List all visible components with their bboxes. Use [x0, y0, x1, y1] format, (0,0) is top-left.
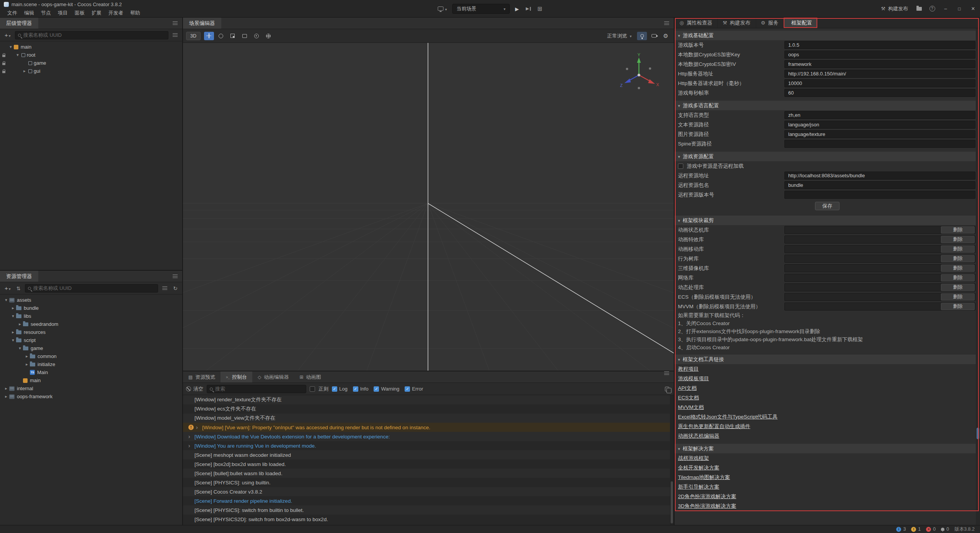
section-header-modules[interactable]: 框架模块裁剪	[675, 216, 980, 225]
info-log-count[interactable]: 3	[896, 526, 906, 532]
log-filter[interactable]: Error	[405, 386, 423, 392]
tree-expand-arrow-icon[interactable]: ▸	[3, 386, 9, 391]
preview-target-button[interactable]	[436, 4, 448, 14]
asset-node[interactable]: ▸ bundle	[0, 304, 182, 312]
rect-tool-button[interactable]	[240, 32, 250, 40]
3d-2d-toggle-button[interactable]: 3D	[186, 32, 201, 40]
axis-gizmo[interactable]: Y X Z	[618, 53, 660, 95]
console-search-input[interactable]	[215, 386, 303, 392]
log-row[interactable]: [Scene] [PHYSICS]: switch from builtin t…	[183, 505, 674, 515]
field-input[interactable]	[784, 51, 975, 59]
delete-module-button[interactable]: 删除	[941, 303, 975, 310]
tree-expand-arrow-icon[interactable]: ▸	[24, 354, 30, 359]
scale-tool-button[interactable]	[228, 32, 238, 40]
field-input[interactable]	[784, 79, 975, 87]
tree-expand-arrow-icon[interactable]: ▾	[15, 52, 21, 57]
console-tab[interactable]: 控制台	[220, 371, 252, 383]
error-log-count[interactable]: 0	[926, 526, 936, 532]
view-mode-select[interactable]: 正常浏览	[604, 32, 635, 40]
log-filter[interactable]: Log	[332, 386, 348, 392]
lock-icon[interactable]	[2, 63, 5, 65]
section-header-docs[interactable]: 框架文档工具链接	[675, 355, 980, 364]
hierarchy-tab[interactable]: 层级管理器	[0, 18, 38, 29]
doc-link[interactable]: Excel格式转Json文件与TypeScript代码工具	[678, 414, 777, 420]
field-input[interactable]	[784, 191, 975, 199]
panel-menu-icon[interactable]	[664, 21, 669, 25]
doc-link[interactable]: 动画状态机编辑器	[678, 433, 719, 440]
doc-link[interactable]: ECS文档	[678, 394, 699, 401]
delete-module-button[interactable]: 删除	[941, 265, 975, 272]
assets-tab[interactable]: 资源管理器	[0, 271, 38, 282]
log-row[interactable]: [Scene] [box2d]:box2d wasm lib loaded.	[183, 459, 674, 469]
tree-expand-arrow-icon[interactable]: ▸	[10, 330, 16, 335]
field-input[interactable]	[784, 70, 975, 78]
menu-item[interactable]: 文件	[4, 10, 21, 16]
tree-expand-arrow-icon[interactable]: ▸	[17, 322, 23, 327]
inspector-tab[interactable]: 构建发布	[718, 18, 756, 28]
log-row[interactable]: [Window] model_view文件夹不存在	[183, 414, 674, 423]
solution-link[interactable]: Tiledmap地图解决方案	[678, 474, 730, 481]
log-filter[interactable]: Warning	[374, 386, 399, 392]
hierarchy-search[interactable]	[15, 31, 168, 39]
tree-expand-arrow-icon[interactable]: ▾	[3, 298, 9, 302]
doc-link[interactable]: API文档	[678, 385, 697, 392]
assets-search-input[interactable]	[33, 285, 155, 291]
tree-expand-arrow-icon[interactable]: ▸	[24, 362, 30, 367]
tree-expand-arrow-icon[interactable]: ▾	[17, 346, 23, 351]
tree-expand-arrow-icon[interactable]: ▸	[10, 306, 16, 311]
expand-chevron-icon[interactable]	[188, 443, 192, 448]
doc-link[interactable]: 原生包热更新配置自动生成插件	[678, 423, 750, 430]
pivot-toggle-button[interactable]	[252, 32, 261, 40]
coordinate-toggle-button[interactable]	[263, 32, 273, 40]
inspector-tab[interactable]: 框架配置	[784, 18, 817, 28]
hierarchy-node[interactable]: ▸ gui	[0, 67, 182, 75]
sort-assets-button[interactable]	[15, 284, 22, 293]
step-button[interactable]	[524, 4, 532, 14]
console-scrollbar[interactable]	[670, 395, 674, 525]
asset-node[interactable]: ▾ game	[0, 344, 182, 352]
scrollbar-thumb[interactable]	[671, 481, 673, 523]
layout-button[interactable]	[536, 4, 544, 14]
tree-expand-arrow-icon[interactable]: ▾	[8, 44, 14, 49]
field-input[interactable]	[784, 41, 975, 49]
field-input[interactable]	[784, 60, 975, 68]
delete-module-button[interactable]: 删除	[941, 274, 975, 281]
asset-node[interactable]: ▾ assets	[0, 296, 182, 304]
tree-expand-arrow-icon[interactable]: ▸	[3, 394, 9, 399]
log-row[interactable]: [Scene] Cocos Creator v3.8.2	[183, 487, 674, 496]
doc-link[interactable]: 教程项目	[678, 366, 699, 373]
lock-icon[interactable]	[2, 55, 5, 57]
section-header-language[interactable]: 游戏多语言配置	[675, 101, 980, 110]
log-row[interactable]: [Scene] meshopt wasm decoder initialized	[183, 450, 674, 459]
scene-viewport[interactable]: Y X Z	[183, 43, 674, 371]
log-row[interactable]: [Window] [Vue warn]: Property "onInput" …	[183, 423, 674, 432]
asset-node[interactable]: ▸ resources	[0, 328, 182, 336]
minimize-button[interactable]	[939, 0, 952, 17]
panel-menu-icon[interactable]	[173, 275, 178, 278]
inspector-tab[interactable]: 服务	[756, 18, 784, 28]
field-input[interactable]	[784, 181, 975, 189]
solution-link[interactable]: 新手引导解决方案	[678, 484, 719, 490]
menu-item[interactable]: 扩展	[88, 10, 105, 16]
refresh-assets-button[interactable]	[172, 284, 179, 293]
section-header-solutions[interactable]: 框架解决方案	[675, 444, 980, 453]
delete-module-button[interactable]: 删除	[941, 245, 975, 253]
log-row[interactable]: [Window] render_texture文件夹不存在	[183, 395, 674, 404]
asset-node[interactable]: main	[0, 376, 182, 384]
menu-item[interactable]: 项目	[54, 10, 71, 16]
console-search[interactable]	[207, 385, 306, 393]
hierarchy-node[interactable]: ▾ main	[0, 43, 182, 51]
create-asset-button[interactable]	[3, 284, 12, 293]
assets-filter-button[interactable]	[161, 284, 169, 293]
menu-item[interactable]: 面板	[71, 10, 88, 16]
scene-select[interactable]: 当前场景	[452, 4, 510, 14]
tree-expand-arrow-icon[interactable]: ▾	[10, 338, 16, 343]
field-input[interactable]	[784, 172, 975, 180]
field-input[interactable]	[784, 121, 975, 129]
field-input[interactable]	[784, 89, 975, 97]
collapse-logs-button[interactable]	[663, 385, 671, 393]
log-row[interactable]: [Scene] [PHYSICS]: using builtin.	[183, 478, 674, 487]
move-tool-button[interactable]	[204, 32, 214, 40]
log-row[interactable]: [Window] Download the Vue Devtools exten…	[183, 432, 674, 441]
clear-console-button[interactable]: 清空	[186, 386, 203, 392]
